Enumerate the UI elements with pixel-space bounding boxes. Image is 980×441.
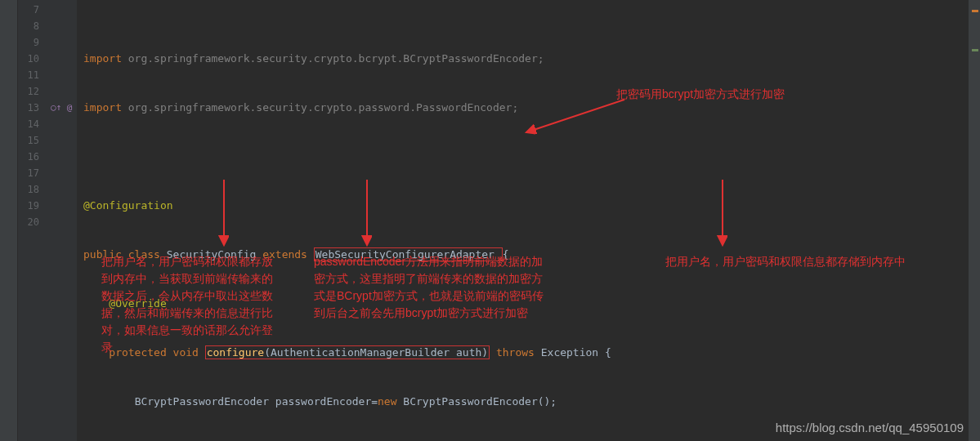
code-line-11: public class SecurityConfig extends WebS… (83, 247, 980, 263)
arrow-bottom-right (706, 180, 739, 253)
warning-marker[interactable] (972, 10, 978, 12)
line-number-gutter: 7891011121314151617181920 (18, 0, 49, 441)
code-line-14: BCryptPasswordEncoder passwordEncoder=ne… (83, 394, 980, 410)
right-error-stripe[interactable] (969, 0, 980, 441)
annotation-middle: passwordEncoder方法用来指明前端数据的加密方式，这里指明了前端传来… (314, 253, 551, 322)
code-area[interactable]: import org.springframework.security.cryp… (77, 0, 980, 441)
arrow-middle (351, 180, 383, 253)
code-line-12: @Override (83, 296, 980, 312)
watermark-text: https://blog.csdn.net/qq_45950109 (776, 421, 964, 434)
arrow-left (208, 180, 240, 253)
code-line-7: import org.springframework.security.cryp… (83, 51, 980, 67)
redbox-configure: configure(AuthenticationManagerBuilder a… (205, 345, 490, 359)
gutter-icons: ○↑ @ (49, 0, 77, 441)
info-marker[interactable] (972, 49, 978, 51)
code-line-9 (83, 149, 980, 165)
redbox-superclass: WebSecurityConfigurerAdapter (314, 247, 503, 261)
left-toolwindow-strip (0, 0, 18, 441)
code-line-10: @Configuration (83, 198, 980, 214)
code-line-13: protected void configure(AuthenticationM… (83, 345, 980, 361)
code-line-8: import org.springframework.security.cryp… (83, 100, 980, 116)
